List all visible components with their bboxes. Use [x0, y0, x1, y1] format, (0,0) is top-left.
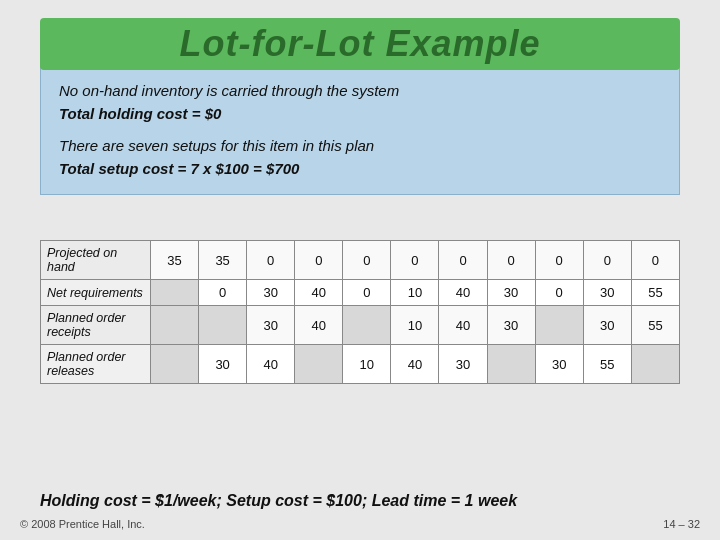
table-cell	[295, 345, 343, 384]
table-cell: 0	[439, 241, 487, 280]
table-cell: 30	[439, 345, 487, 384]
info-box: No on-hand inventory is carried through …	[40, 65, 680, 195]
table-cell: 55	[583, 345, 631, 384]
table-cell: 30	[487, 280, 535, 306]
table-cell: 10	[391, 306, 439, 345]
table-cell: 0	[295, 241, 343, 280]
table-cell: 0	[391, 241, 439, 280]
footer-page: 14 – 32	[663, 518, 700, 530]
table-cell	[487, 345, 535, 384]
slide-title: Lot-for-Lot Example	[180, 23, 541, 65]
table-cell: 0	[631, 241, 679, 280]
table-cell: 10	[391, 280, 439, 306]
table-cell: 40	[295, 306, 343, 345]
table-cell: 30	[247, 280, 295, 306]
table-cell: 35	[151, 241, 199, 280]
row-label: Planned order receipts	[41, 306, 151, 345]
info-line3: There are seven setups for this item in …	[59, 135, 661, 158]
table-cell	[151, 345, 199, 384]
table-cell: 30	[583, 280, 631, 306]
row-label: Projected on hand	[41, 241, 151, 280]
table-cell: 0	[199, 280, 247, 306]
table-cell: 55	[631, 306, 679, 345]
table-cell: 10	[343, 345, 391, 384]
info-line4: Total setup cost = 7 x $100 = $700	[59, 158, 661, 181]
table-cell: 30	[199, 345, 247, 384]
table-cell	[631, 345, 679, 384]
info-line2: Total holding cost = $0	[59, 103, 661, 126]
table-cell	[535, 306, 583, 345]
table-cell: 0	[583, 241, 631, 280]
title-bar: Lot-for-Lot Example	[40, 18, 680, 70]
row-label: Net requirements	[41, 280, 151, 306]
footer-copyright: © 2008 Prentice Hall, Inc.	[20, 518, 145, 530]
table-cell: 40	[247, 345, 295, 384]
table-cell: 35	[199, 241, 247, 280]
table-row: Planned order receipts30401040303055	[41, 306, 680, 345]
table-cell: 40	[439, 306, 487, 345]
table-cell: 30	[247, 306, 295, 345]
mrp-table: Projected on hand3535000000000Net requir…	[40, 240, 680, 384]
table-cell: 0	[343, 280, 391, 306]
table-cell: 40	[391, 345, 439, 384]
table-cell	[199, 306, 247, 345]
table-cell: 30	[583, 306, 631, 345]
table-cell: 40	[439, 280, 487, 306]
row-label: Planned order releases	[41, 345, 151, 384]
table-cell: 0	[247, 241, 295, 280]
table-cell	[151, 280, 199, 306]
table-cell	[343, 306, 391, 345]
table-cell: 0	[535, 280, 583, 306]
table-cell: 0	[343, 241, 391, 280]
table-cell: 0	[535, 241, 583, 280]
table-row: Projected on hand3535000000000	[41, 241, 680, 280]
table-row: Net requirements03040010403003055	[41, 280, 680, 306]
table-cell: 0	[487, 241, 535, 280]
table-cell: 55	[631, 280, 679, 306]
table-cell: 30	[535, 345, 583, 384]
table-cell	[151, 306, 199, 345]
table-row: Planned order releases30401040303055	[41, 345, 680, 384]
info-line1: No on-hand inventory is carried through …	[59, 80, 661, 103]
footer-cost: Holding cost = $1/week; Setup cost = $10…	[40, 492, 680, 510]
table-cell: 30	[487, 306, 535, 345]
table-cell: 40	[295, 280, 343, 306]
